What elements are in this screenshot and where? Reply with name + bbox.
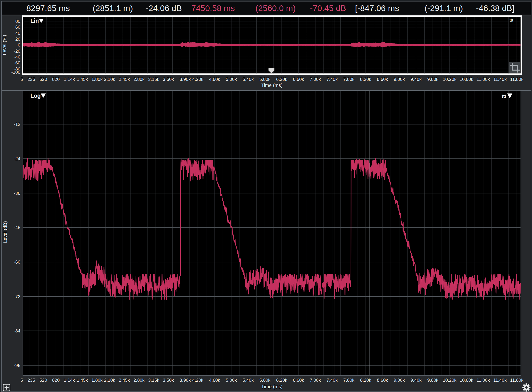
svg-text:1.14k: 1.14k xyxy=(64,77,75,82)
svg-text:7.00k: 7.00k xyxy=(310,378,321,383)
svg-text:-12: -12 xyxy=(14,122,20,127)
svg-text:(-291.1 m): (-291.1 m) xyxy=(425,3,463,13)
svg-text:Level (%): Level (%) xyxy=(2,35,7,55)
svg-text:11.40k: 11.40k xyxy=(493,378,507,383)
svg-text:6.20k: 6.20k xyxy=(276,77,287,82)
svg-text:5.40k: 5.40k xyxy=(242,378,254,383)
svg-text:40: 40 xyxy=(15,31,20,36)
svg-text:-72: -72 xyxy=(14,294,20,299)
svg-text:7.00k: 7.00k xyxy=(310,77,321,82)
svg-text:1.80k: 1.80k xyxy=(91,77,103,82)
svg-text:10.60k: 10.60k xyxy=(460,378,473,383)
svg-text:9.40k: 9.40k xyxy=(410,378,422,383)
svg-text:520: 520 xyxy=(39,378,47,383)
svg-text:4.60k: 4.60k xyxy=(209,77,220,82)
svg-text:-96: -96 xyxy=(14,363,20,368)
svg-text:5.00k: 5.00k xyxy=(226,77,237,82)
svg-text:235: 235 xyxy=(27,378,35,383)
svg-text:1.45k: 1.45k xyxy=(77,378,88,383)
svg-text:7.80k: 7.80k xyxy=(343,378,355,383)
svg-text:11.00k: 11.00k xyxy=(477,378,490,383)
svg-text:235: 235 xyxy=(27,77,35,82)
svg-text:7.80k: 7.80k xyxy=(343,77,355,82)
svg-text:10.20k: 10.20k xyxy=(443,77,456,82)
svg-text:-20: -20 xyxy=(14,49,20,54)
svg-text:[-847.06 ms: [-847.06 ms xyxy=(355,3,399,13)
svg-text:3.50k: 3.50k xyxy=(163,378,174,383)
svg-text:11.00k: 11.00k xyxy=(477,77,490,82)
svg-text:Lin: Lin xyxy=(30,18,39,24)
svg-text:11.40k: 11.40k xyxy=(493,77,507,82)
svg-text:-70.45 dB: -70.45 dB xyxy=(310,3,346,13)
svg-text:820: 820 xyxy=(52,378,60,383)
svg-text:-46.38 dB]: -46.38 dB] xyxy=(476,3,515,13)
svg-text:10.60k: 10.60k xyxy=(460,77,473,82)
svg-text:8.20k: 8.20k xyxy=(360,378,371,383)
svg-text:9.40k: 9.40k xyxy=(410,77,422,82)
svg-text:-24.06 dB: -24.06 dB xyxy=(146,3,182,13)
svg-text:(2851.1 m): (2851.1 m) xyxy=(93,3,133,13)
svg-text:-60: -60 xyxy=(14,60,20,65)
svg-text:11.80k: 11.80k xyxy=(510,378,524,383)
svg-text:-84: -84 xyxy=(14,328,20,333)
svg-text:9.00k: 9.00k xyxy=(394,77,405,82)
svg-text:6.60k: 6.60k xyxy=(293,378,304,383)
svg-text:8.20k: 8.20k xyxy=(360,77,371,82)
svg-text:3.15k: 3.15k xyxy=(148,77,159,82)
svg-text:6.60k: 6.60k xyxy=(293,77,304,82)
svg-text:4.60k: 4.60k xyxy=(209,378,220,383)
svg-text:-48: -48 xyxy=(14,225,20,230)
svg-text:-24: -24 xyxy=(14,156,20,161)
svg-text:ttt: ttt xyxy=(502,94,506,99)
svg-text:Log: Log xyxy=(30,93,41,99)
svg-text:2.10k: 2.10k xyxy=(104,77,115,82)
svg-text:3.15k: 3.15k xyxy=(148,378,159,383)
svg-text:8.60k: 8.60k xyxy=(377,378,388,383)
svg-text:0: 0 xyxy=(18,42,20,48)
svg-text:5: 5 xyxy=(20,77,23,82)
svg-text:2.10k: 2.10k xyxy=(104,378,115,383)
svg-text:Time (ms): Time (ms) xyxy=(261,83,282,88)
svg-text:1.80k: 1.80k xyxy=(91,378,103,383)
svg-text:-60: -60 xyxy=(14,259,20,265)
svg-text:4.20k: 4.20k xyxy=(192,378,203,383)
svg-text:2.45k: 2.45k xyxy=(119,77,130,82)
svg-text:(2560.0 m): (2560.0 m) xyxy=(255,3,296,13)
svg-text:2.80k: 2.80k xyxy=(133,77,145,82)
svg-text:1.14k: 1.14k xyxy=(64,378,75,383)
svg-text:820: 820 xyxy=(52,77,60,82)
svg-text:7.40k: 7.40k xyxy=(327,378,338,383)
svg-text:11.80k: 11.80k xyxy=(510,77,524,82)
svg-text:7.40k: 7.40k xyxy=(327,77,338,82)
svg-text:3.90k: 3.90k xyxy=(180,77,191,82)
svg-text:-40: -40 xyxy=(14,54,20,60)
svg-text:9.80k: 9.80k xyxy=(427,378,439,383)
svg-text:3.90k: 3.90k xyxy=(180,378,191,383)
svg-text:ttt: ttt xyxy=(509,17,513,23)
svg-text:1.45k: 1.45k xyxy=(77,77,88,82)
svg-text:520: 520 xyxy=(39,77,47,82)
svg-text:5.00k: 5.00k xyxy=(226,378,237,383)
svg-text:-36: -36 xyxy=(14,191,20,196)
svg-text:5: 5 xyxy=(20,378,23,383)
svg-text:Time (ms): Time (ms) xyxy=(261,384,282,389)
svg-text:9.80k: 9.80k xyxy=(427,77,439,82)
svg-text:7450.58 ms: 7450.58 ms xyxy=(191,3,235,13)
svg-text:5.80k: 5.80k xyxy=(259,378,271,383)
svg-text:60: 60 xyxy=(15,24,20,30)
svg-text:80: 80 xyxy=(15,19,20,24)
svg-text:8297.65 ms: 8297.65 ms xyxy=(26,3,70,13)
svg-text:20: 20 xyxy=(15,37,20,42)
svg-text:9.00k: 9.00k xyxy=(394,378,405,383)
svg-text:Level (dB): Level (dB) xyxy=(2,221,8,243)
svg-text:5.80k: 5.80k xyxy=(259,77,271,82)
svg-text:2.80k: 2.80k xyxy=(133,378,145,383)
svg-text:2.45k: 2.45k xyxy=(119,378,130,383)
svg-text:10.20k: 10.20k xyxy=(443,378,456,383)
svg-text:-100: -100 xyxy=(11,70,20,75)
svg-text:8.60k: 8.60k xyxy=(377,77,388,82)
svg-text:5.40k: 5.40k xyxy=(242,77,254,82)
svg-text:3.50k: 3.50k xyxy=(163,77,174,82)
svg-text:4.20k: 4.20k xyxy=(192,77,203,82)
svg-text:6.20k: 6.20k xyxy=(276,378,287,383)
